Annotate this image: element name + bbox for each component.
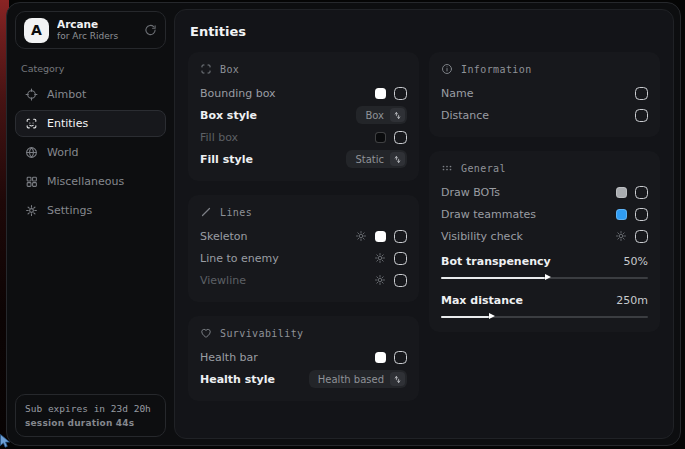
setting-row-visibility-check[interactable]: Visibility check <box>441 225 648 247</box>
subscription-expiry: Sub expires in 23d 20h <box>25 402 156 416</box>
setting-row-viewline[interactable]: Viewline <box>200 269 407 291</box>
slider-fill[interactable] <box>441 316 489 318</box>
setting-row-name[interactable]: Name <box>441 82 648 104</box>
panel-information: Information Name Distance <box>429 52 660 137</box>
left-column: Box Bounding box Box style Box <box>188 52 419 401</box>
miscellaneous-icon <box>25 175 38 188</box>
sync-icon[interactable] <box>144 24 157 37</box>
setting-row-bounding-box[interactable]: Bounding box <box>200 82 407 104</box>
chevrons-updown-icon <box>390 108 405 122</box>
color-swatch[interactable] <box>616 209 627 220</box>
gear-icon[interactable] <box>374 252 386 264</box>
panel-title: Box <box>220 64 239 75</box>
sidebar-item-label: Entities <box>47 117 88 130</box>
app-title: Arcane <box>57 18 136 31</box>
right-column: Information Name Distance <box>429 52 660 332</box>
brand-card: A Arcane for Arc Riders <box>15 11 166 49</box>
gear-icon[interactable] <box>374 274 386 286</box>
setting-row-distance[interactable]: Distance <box>441 104 648 126</box>
sidebar-item-aimbot[interactable]: Aimbot <box>15 81 166 108</box>
slider-label: Bot transpenency <box>441 255 624 268</box>
sidebar: A Arcane for Arc Riders Category Aimbot <box>7 3 174 445</box>
gear-icon[interactable] <box>615 230 627 242</box>
page-title: Entities <box>190 24 660 39</box>
max-distance-slider[interactable] <box>441 312 648 321</box>
sidebar-item-settings[interactable]: Settings <box>15 197 166 224</box>
setting-row-draw-bots[interactable]: Draw BOTs <box>441 181 648 203</box>
panel-lines: Lines Skeleton <box>188 195 419 302</box>
distance-checkbox[interactable] <box>635 109 648 122</box>
sidebar-nav: Aimbot Entities <box>15 81 166 224</box>
box-icon <box>200 63 212 75</box>
panel-title: Lines <box>220 207 252 218</box>
viewline-checkbox[interactable] <box>394 274 407 287</box>
fill-style-dropdown[interactable]: Static <box>346 150 407 168</box>
draw-teammates-checkbox[interactable] <box>635 208 648 221</box>
sidebar-item-miscellaneous[interactable]: Miscellaneous <box>15 168 166 195</box>
color-swatch[interactable] <box>375 88 386 99</box>
skeleton-checkbox[interactable] <box>394 230 407 243</box>
slider-fill[interactable] <box>441 277 545 279</box>
sidebar-item-world[interactable]: World <box>15 139 166 166</box>
category-label: Category <box>21 63 166 74</box>
sidebar-item-label: Miscellaneous <box>47 175 124 188</box>
panel-title: Survivability <box>220 328 303 339</box>
slider-value: 50% <box>624 255 648 268</box>
panel-box: Box Bounding box Box style Box <box>188 52 419 181</box>
sidebar-item-label: Settings <box>47 204 92 217</box>
setting-row-box-style[interactable]: Box style Box <box>200 104 407 126</box>
panel-general: General Draw BOTs Draw teammates <box>429 151 660 332</box>
name-checkbox[interactable] <box>635 87 648 100</box>
bounding-box-checkbox[interactable] <box>394 87 407 100</box>
app-window: A Arcane for Arc Riders Category Aimbot <box>6 2 681 446</box>
panel-title: General <box>461 163 506 174</box>
setting-row-health-style[interactable]: Health style Health based <box>200 368 407 390</box>
setting-row-fill-style[interactable]: Fill style Static <box>200 148 407 170</box>
app-subtitle: for Arc Riders <box>57 31 136 42</box>
slider-label: Max distance <box>441 294 616 307</box>
sidebar-item-label: Aimbot <box>47 88 86 101</box>
box-style-dropdown[interactable]: Box <box>356 106 407 124</box>
setting-row-draw-teammates[interactable]: Draw teammates <box>441 203 648 225</box>
chevrons-updown-icon <box>390 152 405 166</box>
draw-bots-checkbox[interactable] <box>635 186 648 199</box>
gear-icon[interactable] <box>355 230 367 242</box>
setting-row-health-bar[interactable]: Health bar <box>200 346 407 368</box>
setting-row-line-to-enemy[interactable]: Line to enemy <box>200 247 407 269</box>
health-bar-checkbox[interactable] <box>394 351 407 364</box>
survivability-icon <box>200 327 212 339</box>
slider-value: 250m <box>616 294 648 307</box>
panel-title: Information <box>461 64 532 75</box>
settings-icon <box>25 204 38 217</box>
sidebar-item-entities[interactable]: Entities <box>15 110 166 137</box>
brand-text: Arcane for Arc Riders <box>57 18 136 42</box>
mouse-cursor <box>0 434 11 448</box>
color-swatch[interactable] <box>616 187 627 198</box>
sidebar-item-label: World <box>47 146 79 159</box>
line-to-enemy-checkbox[interactable] <box>394 252 407 265</box>
bot-transparency-group: Bot transpenency 50% <box>441 252 648 282</box>
main-content: Entities Box Bounding box <box>174 9 674 439</box>
entities-icon <box>25 117 38 130</box>
subscription-card: Sub expires in 23d 20h session duration … <box>15 394 166 437</box>
lines-icon <box>200 206 212 218</box>
fill-box-checkbox[interactable] <box>394 131 407 144</box>
visibility-check-checkbox[interactable] <box>635 230 648 243</box>
color-swatch[interactable] <box>375 132 386 143</box>
general-icon <box>441 162 453 174</box>
max-distance-group: Max distance 250m <box>441 291 648 321</box>
color-swatch[interactable] <box>375 352 386 363</box>
setting-row-fill-box[interactable]: Fill box <box>200 126 407 148</box>
setting-row-skeleton[interactable]: Skeleton <box>200 225 407 247</box>
bot-transparency-slider[interactable] <box>441 273 648 282</box>
aimbot-icon <box>25 88 38 101</box>
session-duration: session duration 44s <box>25 417 156 431</box>
avatar: A <box>24 18 49 43</box>
world-icon <box>25 146 38 159</box>
chevrons-updown-icon <box>390 372 405 386</box>
health-style-dropdown[interactable]: Health based <box>309 370 407 388</box>
color-swatch[interactable] <box>375 231 386 242</box>
panel-survivability: Survivability Health bar Health style <box>188 316 419 401</box>
information-icon <box>441 63 453 75</box>
